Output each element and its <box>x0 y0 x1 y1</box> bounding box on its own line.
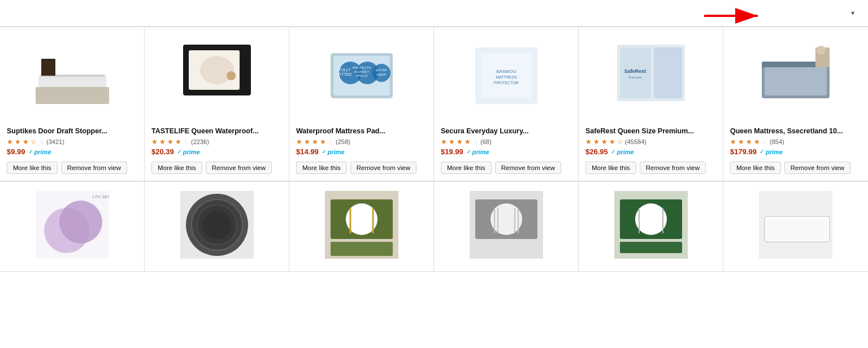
product-image-saferest[interactable]: SafeRest Premium <box>585 36 716 121</box>
product-stars-secura: ★★★★☆ (68) <box>441 138 492 146</box>
star-full: ★ <box>601 138 607 146</box>
product-stars-tastelife: ★★★★☆ (2236) <box>151 138 209 146</box>
svg-rect-2 <box>38 76 106 87</box>
svg-text:PROTECTOR: PROTECTOR <box>494 81 519 85</box>
product-cell-door-stopper: Suptikes Door Draft Stopper... ★★★☆☆ (34… <box>0 27 145 181</box>
remove-from-view-queen-mattress[interactable]: Remove from view <box>784 162 850 174</box>
product-price-waterproof-pad: $14.99 <box>296 147 319 156</box>
product-cell-row2-tray <box>723 182 868 272</box>
svg-text:SafeRest: SafeRest <box>624 68 646 74</box>
product-name-queen-mattress: Queen Mattress, Ssecretland 10... <box>730 127 843 136</box>
svg-rect-5 <box>41 59 55 76</box>
star-full: ★ <box>304 138 310 146</box>
prime-badge-queen-mattress: ✓ prime <box>760 148 783 155</box>
product-image-placemat-dark-green[interactable] <box>585 191 716 259</box>
star-full: ★ <box>449 138 455 146</box>
product-image-placemat-dark[interactable] <box>151 191 282 259</box>
star-full: ★ <box>738 138 744 146</box>
more-like-this-waterproof-pad[interactable]: More like this <box>296 162 347 174</box>
svg-rect-4 <box>36 87 109 104</box>
price-line-tastelife: $20.39 ✓ prime <box>151 147 200 156</box>
svg-rect-33 <box>765 67 827 95</box>
product-image-placemat-purple[interactable]: 2 PC SET <box>7 191 137 259</box>
star-full: ★ <box>609 138 615 146</box>
product-image-placemat-gray[interactable] <box>441 191 571 259</box>
products-row-2: 2 PC SET <box>0 181 868 272</box>
more-like-this-tastelife[interactable]: More like this <box>151 162 202 174</box>
action-buttons-secura: More like this Remove from view <box>441 162 561 174</box>
star-full: ★ <box>175 138 181 146</box>
product-image-waterproof-pad[interactable]: FULLY FITTED PROTECTS AGAINST SPILLS EXT… <box>296 36 427 121</box>
action-buttons-queen-mattress: More like this Remove from view <box>730 162 850 174</box>
annotation-arrow <box>698 5 766 34</box>
product-image-secura[interactable]: BAMBOO MATTRESS PROTECTOR <box>441 36 571 121</box>
star-empty: ☆ <box>328 138 334 146</box>
prime-badge-tastelife: ✓ prime <box>177 148 200 155</box>
price-line-waterproof-pad: $14.99 ✓ prime <box>296 147 345 156</box>
svg-point-54 <box>491 203 522 235</box>
product-cell-row2-placemat-dark <box>145 182 289 272</box>
review-count-queen-mattress: (854) <box>770 138 784 145</box>
svg-point-9 <box>227 71 236 80</box>
product-image-door-stopper[interactable] <box>7 36 137 121</box>
star-full: ★ <box>312 138 318 146</box>
remove-from-view-secura[interactable]: Remove from view <box>495 162 561 174</box>
svg-text:PROTECTS: PROTECTS <box>352 66 371 69</box>
star-full: ★ <box>23 138 29 146</box>
more-like-this-queen-mattress[interactable]: More like this <box>730 162 781 174</box>
prime-badge-saferest: ✓ prime <box>611 148 634 155</box>
remove-from-view-saferest[interactable]: Remove from view <box>640 162 706 174</box>
product-cell-row2-placemat-dark-green <box>579 182 723 272</box>
product-image-placemat-green[interactable] <box>296 191 427 259</box>
products-row-1: Suptikes Door Draft Stopper... ★★★☆☆ (34… <box>0 27 868 181</box>
prime-badge-secura: ✓ prime <box>466 148 489 155</box>
svg-text:SPILLS: SPILLS <box>355 74 367 77</box>
remove-from-view-waterproof-pad[interactable]: Remove from view <box>350 162 416 174</box>
star-full: ★ <box>465 138 471 146</box>
svg-point-8 <box>200 56 234 84</box>
review-count-door-stopper: (3421) <box>46 138 64 145</box>
star-empty: ☆ <box>472 138 479 146</box>
product-name-waterproof-pad: Waterproof Mattress Pad... <box>296 127 385 136</box>
svg-text:EXTRA: EXTRA <box>375 68 387 72</box>
action-buttons-door-stopper: More like this Remove from view <box>7 162 127 174</box>
star-full: ★ <box>167 138 173 146</box>
svg-rect-64 <box>620 242 682 253</box>
star-half: ☆ <box>617 138 623 146</box>
product-image-queen-mattress[interactable] <box>730 36 861 121</box>
star-empty: ☆ <box>183 138 189 146</box>
svg-rect-29 <box>654 47 682 98</box>
product-stars-queen-mattress: ★★★★☆ (854) <box>730 138 784 146</box>
svg-point-40 <box>59 201 102 243</box>
star-full: ★ <box>320 138 326 146</box>
more-like-this-saferest[interactable]: More like this <box>585 162 636 174</box>
star-half: ☆ <box>31 138 37 146</box>
product-cell-row2-placemat-green <box>289 182 434 272</box>
product-image-tastelife[interactable] <box>151 36 282 121</box>
product-cell-row2-placemat-gray <box>434 182 579 272</box>
star-full: ★ <box>730 138 736 146</box>
star-full: ★ <box>593 138 600 146</box>
star-full: ★ <box>457 138 463 146</box>
svg-point-36 <box>817 46 826 55</box>
price-line-door-stopper: $9.99 ✓ prime <box>7 147 51 156</box>
svg-text:MATTRESS: MATTRESS <box>496 75 517 79</box>
star-full: ★ <box>15 138 21 146</box>
remove-from-view-door-stopper[interactable]: Remove from view <box>61 162 127 174</box>
manage-history-button[interactable]: ▾ <box>848 9 854 17</box>
svg-text:DEEP: DEEP <box>376 73 385 76</box>
product-cell-row2-placemat-purple: 2 PC SET <box>0 182 145 272</box>
more-like-this-door-stopper[interactable]: More like this <box>7 162 58 174</box>
star-full: ★ <box>746 138 752 146</box>
product-image-tray[interactable] <box>730 191 861 259</box>
star-full: ★ <box>754 138 760 146</box>
product-cell-secura: BAMBOO MATTRESS PROTECTOR Secura Everyda… <box>434 27 579 181</box>
review-count-saferest: (45584) <box>625 138 646 145</box>
svg-point-45 <box>203 211 231 239</box>
product-name-secura: Secura Everyday Luxury... <box>441 127 528 136</box>
svg-text:AGAINST: AGAINST <box>354 70 369 73</box>
star-full: ★ <box>7 138 13 146</box>
more-like-this-secura[interactable]: More like this <box>441 162 492 174</box>
remove-from-view-tastelife[interactable]: Remove from view <box>206 162 272 174</box>
prime-badge-waterproof-pad: ✓ prime <box>322 148 345 155</box>
